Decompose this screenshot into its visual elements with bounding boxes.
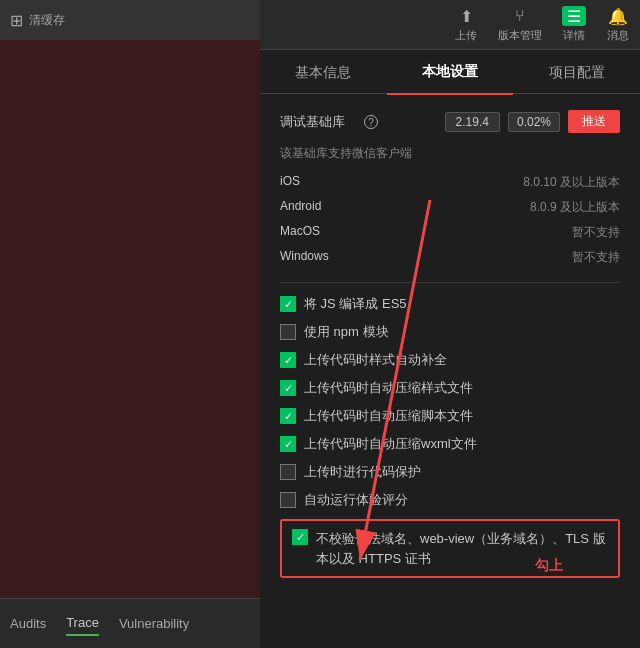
layers-icon: ⊞ <box>10 11 23 30</box>
checkbox-row-cb4: 上传代码时自动压缩样式文件 <box>280 379 620 397</box>
checkbox-label-cb7: 上传时进行代码保护 <box>304 463 421 481</box>
checkboxes-container: 将 JS 编译成 ES5使用 npm 模块上传代码时样式自动补全上传代码时自动压… <box>280 295 620 509</box>
tab-local[interactable]: 本地设置 <box>387 49 514 95</box>
android-value: 8.0.9 及以上版本 <box>530 199 620 216</box>
checkbox-label-cb4: 上传代码时自动压缩样式文件 <box>304 379 473 397</box>
checkbox-label-cb8: 自动运行体验评分 <box>304 491 408 509</box>
android-row: Android 8.0.9 及以上版本 <box>280 195 620 220</box>
breadcrumb-text: 清缓存 <box>29 12 65 29</box>
checkbox-cb8[interactable] <box>280 492 296 508</box>
notification-btn[interactable]: 🔔 消息 <box>606 6 630 43</box>
main-panel: ⬆ 上传 ⑂ 版本管理 ☰ 详情 🔔 消息 基本信息 本地设置 项目配置 调试基… <box>260 0 640 648</box>
upload-btn[interactable]: ⬆ 上传 <box>454 6 478 43</box>
checkbox-row-cb3: 上传代码时样式自动补全 <box>280 351 620 369</box>
checkbox-cb4[interactable] <box>280 380 296 396</box>
macos-label: MacOS <box>280 224 320 241</box>
debug-section-row: 调试基础库 ? 2.19.4 0.02% 推送 <box>280 110 620 133</box>
checkbox-label-cb5: 上传代码时自动压缩脚本文件 <box>304 407 473 425</box>
ios-label: iOS <box>280 174 300 191</box>
checkbox-row-cb1: 将 JS 编译成 ES5 <box>280 295 620 313</box>
left-panel: ⊞ 清缓存 Audits Trace Vulnerability <box>0 0 260 648</box>
checkbox-cb7[interactable] <box>280 464 296 480</box>
details-icon: ☰ <box>562 6 586 26</box>
highlight-label: 不校验合法域名、web-view（业务域名）、TLS 版本以及 HTTPS 证书 <box>316 529 608 568</box>
version-icon: ⑂ <box>508 6 532 26</box>
checkbox-cb3[interactable] <box>280 352 296 368</box>
top-toolbar: ⬆ 上传 ⑂ 版本管理 ☰ 详情 🔔 消息 <box>260 0 640 50</box>
version-btn[interactable]: ⑂ 版本管理 <box>498 6 542 43</box>
debug-label: 调试基础库 <box>280 113 360 131</box>
checkbox-row-cb7: 上传时进行代码保护 <box>280 463 620 481</box>
tab-trace[interactable]: Trace <box>66 611 99 636</box>
platform-title: 该基础库支持微信客户端 <box>280 145 620 162</box>
checkbox-row-cb8: 自动运行体验评分 <box>280 491 620 509</box>
checkbox-label-cb1: 将 JS 编译成 ES5 <box>304 295 407 313</box>
checkbox-cb1[interactable] <box>280 296 296 312</box>
highlight-checkbox[interactable] <box>292 529 308 545</box>
checkbox-cb6[interactable] <box>280 436 296 452</box>
ios-value: 8.0.10 及以上版本 <box>523 174 620 191</box>
tabs-row: 基本信息 本地设置 项目配置 <box>260 50 640 94</box>
windows-label: Windows <box>280 249 329 266</box>
upload-icon: ⬆ <box>454 6 478 26</box>
tab-audits[interactable]: Audits <box>10 612 46 635</box>
windows-row: Windows 暂不支持 <box>280 245 620 270</box>
windows-value: 暂不支持 <box>572 249 620 266</box>
macos-value: 暂不支持 <box>572 224 620 241</box>
checkbox-label-cb3: 上传代码时样式自动补全 <box>304 351 447 369</box>
tab-vulnerability[interactable]: Vulnerability <box>119 612 189 635</box>
details-btn[interactable]: ☰ 详情 <box>562 6 586 43</box>
platform-section: 该基础库支持微信客户端 iOS 8.0.10 及以上版本 Android 8.0… <box>280 145 620 270</box>
android-label: Android <box>280 199 321 216</box>
checkbox-row-cb5: 上传代码时自动压缩脚本文件 <box>280 407 620 425</box>
tab-project[interactable]: 项目配置 <box>513 50 640 94</box>
macos-row: MacOS 暂不支持 <box>280 220 620 245</box>
bottom-tabs: Audits Trace Vulnerability <box>0 598 260 648</box>
highlight-box: 不校验合法域名、web-view（业务域名）、TLS 版本以及 HTTPS 证书 <box>280 519 620 578</box>
content-area: 调试基础库 ? 2.19.4 0.02% 推送 该基础库支持微信客户端 iOS … <box>260 94 640 648</box>
push-button[interactable]: 推送 <box>568 110 620 133</box>
divider-1 <box>280 282 620 283</box>
tab-basic[interactable]: 基本信息 <box>260 50 387 94</box>
checkbox-cb5[interactable] <box>280 408 296 424</box>
checkbox-label-cb2: 使用 npm 模块 <box>304 323 389 341</box>
top-bar-left: ⊞ 清缓存 <box>0 0 260 40</box>
checkbox-label-cb6: 上传代码时自动压缩wxml文件 <box>304 435 477 453</box>
bell-icon: 🔔 <box>606 6 630 26</box>
ios-row: iOS 8.0.10 及以上版本 <box>280 170 620 195</box>
checkbox-row-cb2: 使用 npm 模块 <box>280 323 620 341</box>
checkbox-row-cb6: 上传代码时自动压缩wxml文件 <box>280 435 620 453</box>
checkbox-cb2[interactable] <box>280 324 296 340</box>
version-badge: 2.19.4 <box>445 112 500 132</box>
help-icon[interactable]: ? <box>364 115 378 129</box>
left-content-area <box>0 40 260 598</box>
percent-badge: 0.02% <box>508 112 560 132</box>
